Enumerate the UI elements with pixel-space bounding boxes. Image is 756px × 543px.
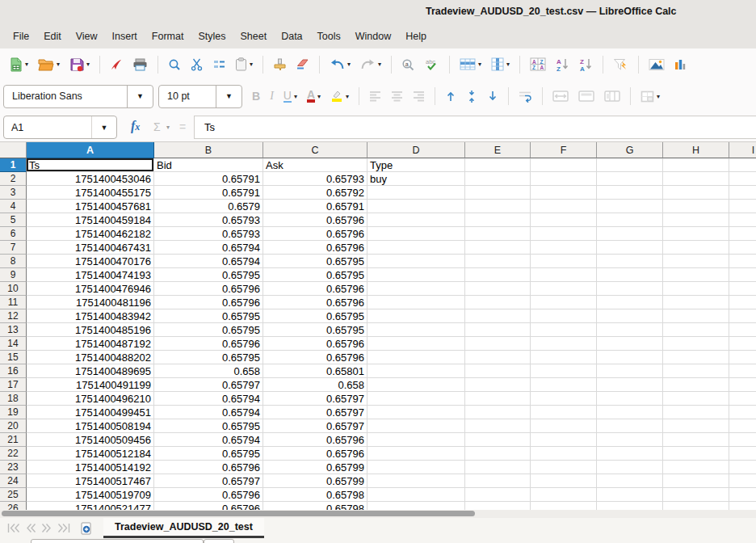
column-button[interactable]: ▾ [488, 53, 513, 76]
cell-G26[interactable] [597, 502, 663, 510]
sort-ascending-button[interactable]: AZ [552, 53, 573, 76]
cell-C9[interactable]: 0.65795 [263, 268, 368, 282]
cell-B12[interactable]: 0.65795 [154, 309, 263, 323]
cell-H4[interactable] [663, 200, 729, 213]
cell-B11[interactable]: 0.65796 [154, 296, 263, 309]
cell-F12[interactable] [531, 309, 597, 323]
cell-C25[interactable]: 0.65798 [263, 488, 368, 502]
cell-B22[interactable]: 0.65795 [154, 447, 263, 461]
cell-F15[interactable] [531, 351, 597, 364]
cell-C15[interactable]: 0.65796 [263, 351, 368, 364]
cell-B8[interactable]: 0.65794 [154, 255, 263, 268]
cell-A21[interactable]: 1751400509456 [27, 433, 154, 447]
cell-E13[interactable] [465, 323, 531, 337]
cell-H24[interactable] [663, 474, 729, 488]
open-button[interactable]: ▾ [35, 53, 63, 76]
cell-B26[interactable]: 0.65796 [154, 502, 263, 510]
cell-G13[interactable] [597, 323, 663, 337]
cell-E14[interactable] [465, 337, 531, 351]
chevron-down-icon[interactable]: ▾ [25, 61, 28, 68]
cell-B19[interactable]: 0.65794 [154, 406, 263, 419]
cell-D15[interactable] [368, 351, 465, 364]
menu-file[interactable]: File [6, 27, 36, 45]
row-header-5[interactable]: 5 [0, 213, 27, 227]
spelling-button[interactable]: abc [422, 53, 443, 76]
cell-C19[interactable]: 0.65797 [263, 406, 368, 419]
name-box[interactable]: A1 ▼ [3, 116, 117, 139]
row-header-24[interactable]: 24 [0, 474, 27, 488]
cell-H21[interactable] [663, 433, 729, 447]
chevron-down-icon[interactable]: ▾ [317, 93, 321, 100]
cell-A12[interactable]: 1751400483942 [27, 309, 154, 323]
cell-C2[interactable]: 0.65793 [263, 172, 368, 186]
select-all-corner[interactable] [0, 142, 27, 158]
column-header-G[interactable]: G [597, 142, 663, 158]
cell-I8[interactable] [729, 255, 756, 268]
cell-F23[interactable] [531, 461, 597, 474]
cell-E2[interactable] [465, 172, 531, 186]
merge-center-button[interactable] [549, 85, 572, 107]
cell-H12[interactable] [663, 309, 729, 323]
cell-B10[interactable]: 0.65796 [154, 282, 263, 296]
cell-F22[interactable] [531, 447, 597, 461]
cell-C14[interactable]: 0.65796 [263, 337, 368, 351]
cell-G11[interactable] [597, 296, 663, 309]
cell-H8[interactable] [663, 255, 729, 268]
cell-G7[interactable] [597, 241, 663, 255]
cell-E15[interactable] [465, 351, 531, 364]
cell-G16[interactable] [597, 364, 663, 378]
chevron-down-icon[interactable]: ▾ [250, 61, 253, 68]
copy-button[interactable] [209, 53, 229, 76]
cell-I23[interactable] [729, 461, 756, 474]
cell-E6[interactable] [465, 227, 531, 241]
cell-E18[interactable] [465, 392, 531, 406]
underline-button[interactable]: U▾ [280, 85, 300, 107]
cell-E8[interactable] [465, 255, 531, 268]
row-header-6[interactable]: 6 [0, 227, 27, 241]
font-color-button[interactable]: A▾ [304, 85, 324, 107]
cell-A4[interactable]: 1751400457681 [27, 200, 154, 213]
cell-I6[interactable] [729, 227, 756, 241]
cell-H13[interactable] [663, 323, 729, 337]
next-sheet-icon[interactable] [41, 523, 52, 533]
cell-B15[interactable]: 0.65795 [154, 351, 263, 364]
save-button[interactable]: ▾ [66, 53, 93, 76]
row-header-7[interactable]: 7 [0, 241, 27, 255]
cell-D17[interactable] [368, 378, 465, 392]
column-header-I[interactable]: I [729, 142, 756, 158]
cell-G25[interactable] [597, 488, 663, 502]
row-header-25[interactable]: 25 [0, 488, 27, 502]
unmerge-cells-button[interactable] [601, 85, 624, 107]
cell-F2[interactable] [531, 172, 597, 186]
cell-D3[interactable] [368, 186, 465, 200]
menu-styles[interactable]: Styles [191, 27, 233, 45]
cell-E10[interactable] [465, 282, 531, 296]
merge-cells-button[interactable] [575, 85, 598, 107]
cell-C11[interactable]: 0.65796 [263, 296, 368, 309]
cell-H23[interactable] [663, 461, 729, 474]
wrap-text-button[interactable] [515, 85, 536, 107]
undo-button[interactable]: ▾ [326, 53, 354, 76]
cell-F11[interactable] [531, 296, 597, 309]
cell-F24[interactable] [531, 474, 597, 488]
cell-B14[interactable]: 0.65796 [154, 337, 263, 351]
cell-C21[interactable]: 0.65796 [263, 433, 368, 447]
cell-C13[interactable]: 0.65795 [263, 323, 368, 337]
sum-icon[interactable]: Σ [153, 120, 161, 133]
cell-I2[interactable] [729, 172, 756, 186]
cell-D12[interactable] [368, 309, 465, 323]
cell-H7[interactable] [663, 241, 729, 255]
sort-button[interactable]: AZZA [527, 53, 549, 76]
cell-B17[interactable]: 0.65797 [154, 378, 263, 392]
cell-G18[interactable] [597, 392, 663, 406]
cell-D14[interactable] [368, 337, 465, 351]
cell-D16[interactable] [368, 364, 465, 378]
horizontal-scrollbar-thumb[interactable] [2, 511, 475, 516]
cell-A20[interactable]: 1751400508194 [27, 419, 154, 433]
cell-I13[interactable] [729, 323, 756, 337]
cell-D10[interactable] [368, 282, 465, 296]
chevron-down-icon[interactable]: ▾ [86, 61, 90, 68]
row-header-14[interactable]: 14 [0, 337, 27, 351]
menu-insert[interactable]: Insert [105, 27, 145, 45]
cell-A15[interactable]: 1751400488202 [27, 351, 154, 364]
